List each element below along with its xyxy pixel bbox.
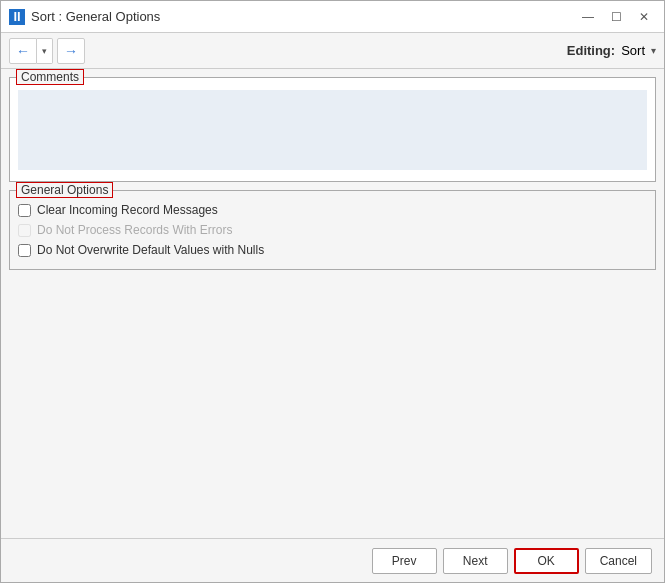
general-options-section: General Options Clear Incoming Record Me… xyxy=(9,190,656,270)
back-button[interactable]: ← xyxy=(9,38,37,64)
maximize-button[interactable]: ☐ xyxy=(604,7,628,27)
footer: Prev Next OK Cancel xyxy=(1,538,664,582)
title-bar: II Sort : General Options — ☐ ✕ xyxy=(1,1,664,33)
app-icon: II xyxy=(9,9,25,25)
title-bar-left: II Sort : General Options xyxy=(9,9,160,25)
next-button[interactable]: Next xyxy=(443,548,508,574)
back-dropdown-button[interactable]: ▾ xyxy=(37,38,53,64)
no-overwrite-nulls-checkbox[interactable] xyxy=(18,244,31,257)
main-window: II Sort : General Options — ☐ ✕ ← ▾ → Ed… xyxy=(0,0,665,583)
clear-incoming-checkbox[interactable] xyxy=(18,204,31,217)
toolbar-right: Editing: Sort ▾ xyxy=(567,43,656,58)
toolbar: ← ▾ → Editing: Sort ▾ xyxy=(1,33,664,69)
spacer xyxy=(1,278,664,378)
window-title: Sort : General Options xyxy=(31,9,160,24)
content-area: Comments General Options Clear Incoming … xyxy=(1,69,664,538)
comments-label: Comments xyxy=(16,69,84,85)
general-options-fieldset: General Options Clear Incoming Record Me… xyxy=(9,190,656,270)
editing-value: Sort xyxy=(621,43,645,58)
forward-button[interactable]: → xyxy=(57,38,85,64)
editing-label: Editing: xyxy=(567,43,615,58)
comments-section: Comments xyxy=(9,77,656,182)
no-process-errors-checkbox xyxy=(18,224,31,237)
no-overwrite-nulls-label[interactable]: Do Not Overwrite Default Values with Nul… xyxy=(37,243,264,257)
option-no-process-errors: Do Not Process Records With Errors xyxy=(18,223,647,237)
comments-fieldset: Comments xyxy=(9,77,656,182)
title-controls: — ☐ ✕ xyxy=(576,7,656,27)
editing-dropdown-arrow[interactable]: ▾ xyxy=(651,45,656,56)
clear-incoming-label[interactable]: Clear Incoming Record Messages xyxy=(37,203,218,217)
no-process-errors-label: Do Not Process Records With Errors xyxy=(37,223,232,237)
nav-group: ← ▾ xyxy=(9,38,53,64)
close-button[interactable]: ✕ xyxy=(632,7,656,27)
toolbar-left: ← ▾ → xyxy=(9,38,85,64)
minimize-button[interactable]: — xyxy=(576,7,600,27)
general-options-label: General Options xyxy=(16,182,113,198)
cancel-button[interactable]: Cancel xyxy=(585,548,652,574)
option-clear-incoming: Clear Incoming Record Messages xyxy=(18,203,647,217)
prev-button[interactable]: Prev xyxy=(372,548,437,574)
comments-textarea[interactable] xyxy=(18,90,647,170)
option-no-overwrite-nulls: Do Not Overwrite Default Values with Nul… xyxy=(18,243,647,257)
ok-button[interactable]: OK xyxy=(514,548,579,574)
